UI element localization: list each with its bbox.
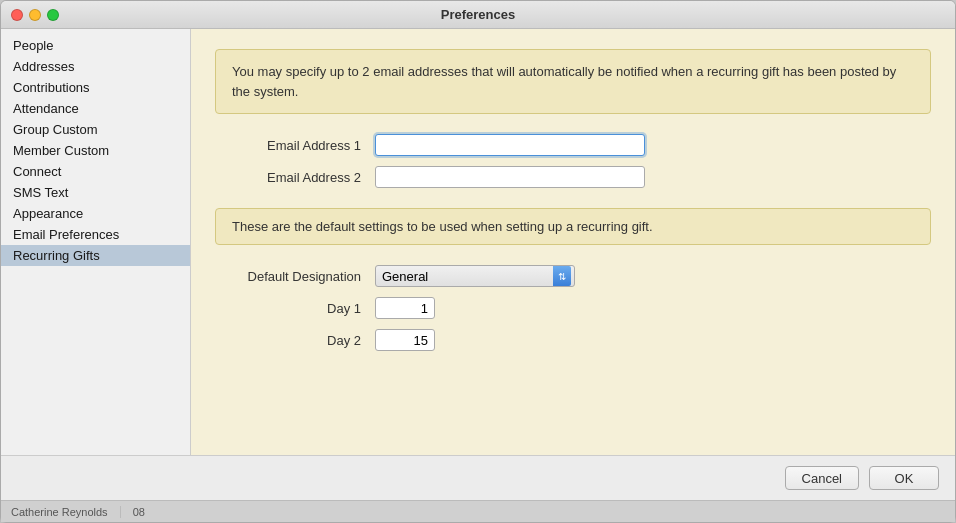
sidebar-item-recurring-gifts[interactable]: Recurring Gifts [1,245,190,266]
sidebar-item-contributions[interactable]: Contributions [1,77,190,98]
default-designation-label: Default Designation [215,269,375,284]
default-designation-select[interactable]: General Building Fund Missions Other [375,265,575,287]
day1-label: Day 1 [215,301,375,316]
sidebar-item-group-custom[interactable]: Group Custom [1,119,190,140]
default-designation-row: Default Designation General Building Fun… [215,265,931,287]
titlebar: Preferences [1,1,955,29]
email-address-2-row: Email Address 2 [215,166,931,188]
sidebar-item-member-custom[interactable]: Member Custom [1,140,190,161]
info-text: You may specify up to 2 email addresses … [232,64,896,99]
sidebar-item-email-preferences[interactable]: Email Preferences [1,224,190,245]
statusbar: Catherine Reynolds 08 [1,500,955,522]
default-settings-box: These are the default settings to be use… [215,208,931,245]
maximize-button[interactable] [47,9,59,21]
info-box: You may specify up to 2 email addresses … [215,49,931,114]
day2-input[interactable] [375,329,435,351]
sidebar-item-appearance[interactable]: Appearance [1,203,190,224]
traffic-lights [11,9,59,21]
email-address-1-label: Email Address 1 [215,138,375,153]
day2-label: Day 2 [215,333,375,348]
minimize-button[interactable] [29,9,41,21]
email-address-2-input[interactable] [375,166,645,188]
ok-button[interactable]: OK [869,466,939,490]
sidebar-item-addresses[interactable]: Addresses [1,56,190,77]
window-title: Preferences [441,7,515,22]
sidebar: PeopleAddressesContributionsAttendanceGr… [1,29,191,455]
sidebar-item-people[interactable]: People [1,35,190,56]
statusbar-code: 08 [133,506,145,518]
cancel-button[interactable]: Cancel [785,466,859,490]
sidebar-item-sms-text[interactable]: SMS Text [1,182,190,203]
default-designation-select-wrapper: General Building Fund Missions Other ⇅ [375,265,575,287]
sidebar-item-connect[interactable]: Connect [1,161,190,182]
email-address-1-row: Email Address 1 [215,134,931,156]
email-address-1-input[interactable] [375,134,645,156]
footer: Cancel OK [1,455,955,500]
default-settings-text: These are the default settings to be use… [232,219,653,234]
email-address-2-label: Email Address 2 [215,170,375,185]
day1-row: Day 1 [215,297,931,319]
day1-input[interactable] [375,297,435,319]
day2-row: Day 2 [215,329,931,351]
close-button[interactable] [11,9,23,21]
sidebar-item-attendance[interactable]: Attendance [1,98,190,119]
main-panel: You may specify up to 2 email addresses … [191,29,955,455]
preferences-window: Preferences PeopleAddressesContributions… [0,0,956,523]
content-area: PeopleAddressesContributionsAttendanceGr… [1,29,955,455]
statusbar-name: Catherine Reynolds [11,506,121,518]
